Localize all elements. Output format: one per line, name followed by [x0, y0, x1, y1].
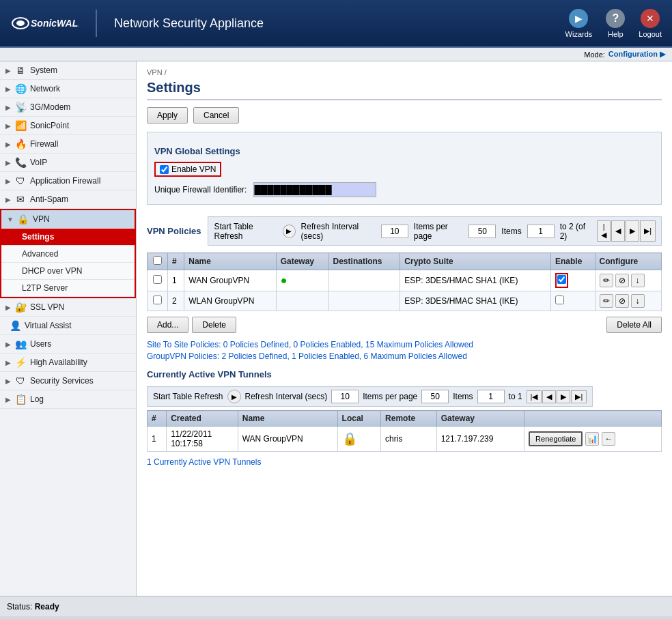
refresh-interval-input[interactable] — [381, 225, 408, 238]
tunnels-table: # Created Name Local Remote Gateway 1 11… — [147, 410, 662, 452]
sidebar-item-dhcp-over-vpn[interactable]: DHCP over VPN — [1, 263, 135, 280]
logo-area: SonicWALL Network Security Appliance — [10, 10, 565, 37]
row2-gateway — [276, 291, 328, 311]
row2-download-button[interactable]: ↓ — [631, 294, 645, 308]
sidebar-item-ssl-vpn[interactable]: ▶ 🔐 SSL VPN — [0, 298, 136, 317]
sidebar-item-log[interactable]: ▶ 📋 Log — [0, 390, 136, 409]
row2-disable-button[interactable]: ⊘ — [615, 294, 629, 308]
sidebar-item-settings[interactable]: Settings — [1, 229, 135, 246]
wizards-button[interactable]: ▶ Wizards — [565, 9, 593, 38]
sidebar-item-system[interactable]: ▶ 🖥 System — [0, 61, 136, 80]
help-button[interactable]: ? Help — [606, 9, 625, 38]
row1-enable-border — [555, 273, 568, 288]
row2-action-buttons: ✏ ⊘ ↓ — [600, 294, 657, 308]
table-actions-left: Add... Delete — [147, 317, 236, 333]
arrow-icon: ▶ — [5, 341, 11, 348]
row1-download-button[interactable]: ↓ — [631, 274, 645, 287]
arrow-down-icon: ▼ — [7, 216, 14, 223]
sidebar-label-virtual-assist: Virtual Assist — [25, 321, 71, 330]
row2-name: WLAN GroupVPN — [184, 291, 276, 311]
sidebar-item-anti-spam[interactable]: ▶ ✉ Anti-Spam — [0, 190, 136, 209]
tunnel-action-group: Renegotiate 📊 ← — [529, 431, 657, 446]
cancel-button[interactable]: Cancel — [193, 107, 239, 124]
tunnel-items-label: Items — [453, 392, 473, 401]
tunnel-prev-button[interactable]: ◀ — [542, 390, 556, 403]
sidebar-item-voip[interactable]: ▶ 📞 VoIP — [0, 154, 136, 172]
logout-icon: ✕ — [641, 9, 660, 28]
start-refresh-button[interactable]: ▶ — [283, 225, 295, 238]
tunnels-header: Currently Active VPN Tunnels Start Table… — [147, 369, 662, 407]
tunnel-items-per-page-input[interactable] — [421, 390, 449, 403]
tunnel-row1-name: WAN GroupVPN — [238, 427, 337, 452]
items-per-page-input[interactable] — [468, 225, 496, 238]
items-range: to 2 (of 2) — [560, 222, 592, 241]
policies-title: VPN Policies — [147, 226, 201, 236]
sidebar-item-firewall[interactable]: ▶ 🔥 Firewall — [0, 135, 136, 154]
row2-configure: ✏ ⊘ ↓ — [595, 291, 661, 311]
tunnel-first-button[interactable]: |◀ — [527, 390, 542, 403]
add-button[interactable]: Add... — [147, 317, 188, 333]
tunnel-items-per-page-label: Items per page — [363, 392, 417, 401]
col-name: Name — [184, 253, 276, 270]
items-label: Items — [501, 227, 521, 236]
breadcrumb: VPN / — [147, 68, 662, 76]
sidebar-label-voip: VoIP — [30, 158, 47, 167]
sidebar-item-users[interactable]: ▶ 👥 Users — [0, 335, 136, 354]
sidebar-label-users: Users — [30, 339, 51, 349]
start-refresh-label: Start Table Refresh — [214, 222, 277, 241]
enable-vpn-label[interactable]: Enable VPN — [154, 162, 221, 177]
enable-vpn-checkbox[interactable] — [160, 165, 169, 174]
sidebar-item-network[interactable]: ▶ 🌐 Network — [0, 80, 136, 98]
sidebar-item-advanced[interactable]: Advanced — [1, 246, 135, 263]
row2-select[interactable] — [153, 296, 162, 304]
row2-edit-button[interactable]: ✏ — [600, 294, 613, 308]
sonicpoint-icon: 📶 — [15, 120, 26, 131]
row2-enable-checkbox[interactable] — [555, 296, 564, 304]
prev-page-button[interactable]: ◀ — [611, 220, 625, 242]
first-page-button[interactable]: |◀ — [597, 220, 611, 242]
renegotiate-button[interactable]: Renegotiate — [529, 431, 583, 446]
tunnel-interval-input[interactable] — [331, 390, 359, 403]
next-page-button[interactable]: ▶ — [626, 220, 639, 242]
apply-button[interactable]: Apply — [147, 107, 188, 124]
sidebar-item-app-firewall[interactable]: ▶ 🛡 Application Firewall — [0, 172, 136, 190]
tunnel-refresh-button[interactable]: ▶ — [227, 390, 241, 403]
row1-enable-checkbox[interactable] — [557, 275, 566, 284]
items-value-input[interactable] — [527, 225, 555, 238]
tunnel-last-button[interactable]: ▶| — [571, 390, 587, 403]
row1-gateway: ● — [276, 270, 328, 291]
logout-button[interactable]: ✕ Logout — [639, 9, 662, 38]
row1-action-buttons: ✏ ⊘ ↓ — [600, 274, 657, 287]
sidebar-item-high-availability[interactable]: ▶ ⚡ High Availability — [0, 354, 136, 372]
last-page-button[interactable]: ▶| — [640, 220, 656, 242]
tunnel-row1-remote: chris — [381, 427, 437, 452]
row1-disable-button[interactable]: ⊘ — [615, 274, 629, 287]
sidebar-item-l2tp[interactable]: L2TP Server — [1, 280, 135, 297]
tunnel-summary-text: 1 Currently Active VPN Tunnels — [147, 457, 261, 467]
select-all-checkbox[interactable] — [153, 256, 162, 265]
tunnel-col-remote: Remote — [381, 411, 437, 427]
table-row: 1 11/22/201110:17:58 WAN GroupVPN 🔒 chri… — [148, 427, 662, 452]
identifier-input[interactable] — [253, 182, 376, 197]
sidebar-item-vpn[interactable]: ▼ 🔒 VPN — [1, 210, 135, 229]
row1-edit-button[interactable]: ✏ — [600, 274, 613, 287]
row1-select[interactable] — [153, 275, 162, 284]
row2-checkbox — [148, 291, 168, 311]
sidebar-item-virtual-assist[interactable]: 👤 Virtual Assist — [0, 317, 136, 335]
sidebar-label-log: Log — [30, 394, 44, 404]
tunnel-arrow-button[interactable]: ← — [602, 432, 615, 446]
delete-button[interactable]: Delete — [192, 317, 236, 333]
mode-label: Mode: — [584, 51, 605, 59]
delete-all-button[interactable]: Delete All — [606, 317, 662, 333]
tunnel-items-input[interactable] — [477, 390, 505, 403]
main-layout: ▶ 🖥 System ▶ 🌐 Network ▶ 📡 3G/Modem ▶ 📶 … — [0, 61, 672, 596]
tunnel-stats-button[interactable]: 📊 — [585, 432, 599, 446]
mode-bar: Mode: Configuration ▶ — [0, 48, 672, 61]
logo-divider — [96, 10, 97, 37]
arrow-icon: ▶ — [5, 177, 11, 185]
sidebar-item-sonicpoint[interactable]: ▶ 📶 SonicPoint — [0, 117, 136, 135]
sidebar-item-3g[interactable]: ▶ 📡 3G/Modem — [0, 98, 136, 117]
sidebar-item-security-services[interactable]: ▶ 🛡 Security Services — [0, 372, 136, 390]
tunnel-next-button[interactable]: ▶ — [557, 390, 570, 403]
tunnel-col-gateway: Gateway — [436, 411, 524, 427]
